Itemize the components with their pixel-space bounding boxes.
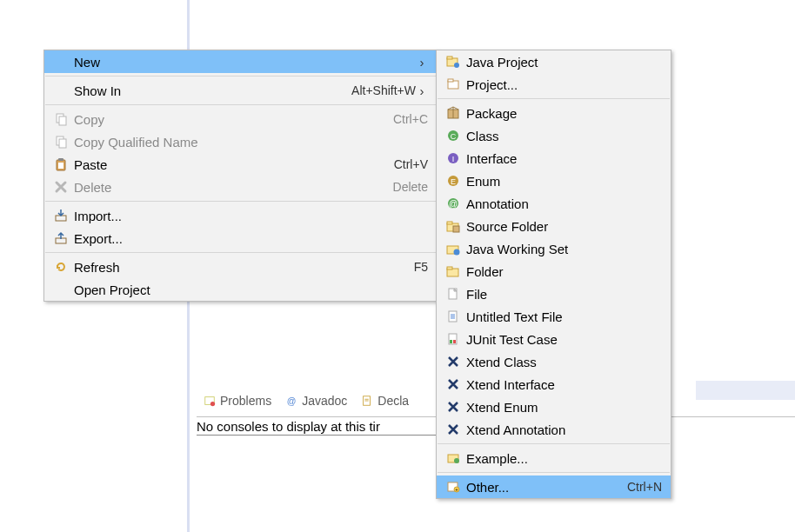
xtend-icon (442, 400, 464, 414)
svg-rect-37 (450, 340, 452, 343)
svg-point-40 (454, 458, 459, 463)
delete-icon (50, 180, 72, 194)
menu-item-paste[interactable]: PasteCtrl+V (44, 153, 437, 176)
menu-item-annotation[interactable]: @Annotation (437, 192, 671, 215)
menu-item-xtend-enum[interactable]: Xtend Enum (437, 396, 671, 418)
menu-item-label: Xtend Enum (464, 400, 662, 415)
java-project-icon (442, 55, 464, 69)
view-tab-label: Problems (220, 394, 271, 408)
menu-item-label: Copy (72, 112, 384, 127)
interface-icon: I (442, 151, 464, 165)
menu-item-java-project[interactable]: Java Project (437, 50, 671, 73)
menu-item-label: Xtend Interface (464, 377, 662, 392)
svg-rect-38 (453, 340, 456, 343)
menu-item-label: Import... (72, 209, 428, 223)
junit-icon (442, 332, 464, 346)
menu-item-shortcut: F5 (405, 260, 428, 274)
menu-item-label: File (464, 287, 662, 302)
menu-item-enum[interactable]: EEnum (437, 170, 671, 192)
enum-icon: E (442, 174, 464, 188)
menu-item-interface[interactable]: IInterface (437, 147, 671, 170)
menu-item-shortcut: Ctrl+N (618, 480, 662, 494)
xtend-icon (442, 377, 464, 391)
svg-rect-17 (448, 79, 453, 82)
svg-rect-28 (447, 222, 452, 224)
menu-item-shortcut: Ctrl+C (384, 112, 428, 126)
menu-separator (45, 104, 436, 105)
menu-item-label: Untitled Text File (464, 309, 662, 324)
view-tab[interactable]: Decla (354, 390, 416, 411)
svg-rect-7 (59, 139, 66, 148)
menu-separator (438, 98, 670, 99)
menu-item-label: Xtend Annotation (464, 422, 662, 437)
menu-item-shortcut: Alt+Shift+W (343, 83, 416, 97)
menu-item-label: Delete (72, 180, 384, 195)
chevron-right-icon: › (416, 83, 428, 98)
menu-item-show-in[interactable]: Show InAlt+Shift+W› (44, 79, 437, 102)
file-icon (442, 287, 464, 301)
menu-item-example[interactable]: Example... (437, 447, 671, 469)
text-file-icon (442, 309, 464, 323)
menu-item-class[interactable]: CClass (437, 124, 671, 147)
menu-item-file[interactable]: File (437, 283, 671, 305)
menu-item-label: Package (464, 106, 662, 121)
other-icon: + (442, 480, 464, 494)
context-menu-primary[interactable]: New›Show InAlt+Shift+W›CopyCtrl+CCopy Qu… (43, 50, 438, 302)
menu-item-label: Project... (464, 77, 662, 92)
folder-icon (442, 264, 464, 278)
menu-item-label: Paste (72, 157, 385, 172)
svg-rect-9 (58, 158, 63, 161)
example-icon (442, 451, 464, 465)
menu-item-label: Example... (464, 451, 662, 466)
menu-item-source-folder[interactable]: Source Folder (437, 215, 671, 237)
menu-item-label: Annotation (464, 196, 662, 211)
svg-text:@: @ (287, 396, 297, 406)
menu-item-xtend-interface[interactable]: Xtend Interface (437, 373, 671, 396)
context-menu-new-submenu[interactable]: Java ProjectProject...PackageCClassIInte… (436, 50, 671, 499)
menu-item-label: Copy Qualified Name (72, 135, 428, 150)
menu-separator (438, 443, 670, 444)
svg-point-1 (210, 402, 215, 406)
refresh-icon (50, 260, 72, 274)
menu-item-open-project[interactable]: Open Project (44, 278, 437, 301)
menu-item-label: Class (464, 129, 662, 143)
working-set-icon (442, 242, 464, 256)
package-icon (442, 106, 464, 120)
export-icon (50, 231, 72, 245)
menu-item-package[interactable]: Package (437, 102, 671, 124)
svg-point-15 (454, 63, 459, 68)
svg-text:@: @ (449, 199, 458, 209)
menu-item-xtend-annotation[interactable]: Xtend Annotation (437, 418, 671, 441)
menu-item-label: Enum (464, 174, 662, 189)
menu-separator (45, 201, 436, 202)
view-tab-label: Decla (377, 394, 409, 408)
menu-item-label: Interface (464, 151, 662, 166)
menu-item-shortcut: Delete (384, 180, 428, 194)
menu-item-label: New (72, 55, 416, 70)
svg-text:C: C (451, 132, 457, 141)
svg-rect-10 (58, 163, 63, 169)
menu-item-text-file[interactable]: Untitled Text File (437, 305, 671, 328)
menu-item-label: Source Folder (464, 219, 662, 234)
project-icon (442, 77, 464, 91)
menu-item-new[interactable]: New› (44, 50, 437, 73)
view-tab[interactable]: Problems (197, 390, 278, 411)
menu-item-export[interactable]: Export... (44, 227, 437, 249)
svg-point-31 (454, 249, 460, 256)
view-tab[interactable]: @Javadoc (278, 390, 354, 411)
menu-item-other[interactable]: +Other...Ctrl+N (437, 475, 671, 498)
menu-item-import[interactable]: Import... (44, 204, 437, 227)
menu-item-label: Open Project (72, 283, 428, 297)
menu-item-copy: CopyCtrl+C (44, 108, 437, 130)
menu-item-folder[interactable]: Folder (437, 260, 671, 283)
menu-item-refresh[interactable]: RefreshF5 (44, 256, 437, 278)
menu-item-label: Other... (464, 480, 618, 495)
menu-item-label: Show In (72, 83, 343, 98)
svg-text:I: I (452, 155, 455, 163)
menu-item-working-set[interactable]: Java Working Set (437, 237, 671, 260)
menu-item-junit[interactable]: JUnit Test Case (437, 328, 671, 350)
svg-rect-14 (447, 57, 452, 59)
menu-item-xtend-class[interactable]: Xtend Class (437, 350, 671, 373)
menu-item-project[interactable]: Project... (437, 73, 671, 96)
svg-rect-5 (59, 116, 66, 125)
